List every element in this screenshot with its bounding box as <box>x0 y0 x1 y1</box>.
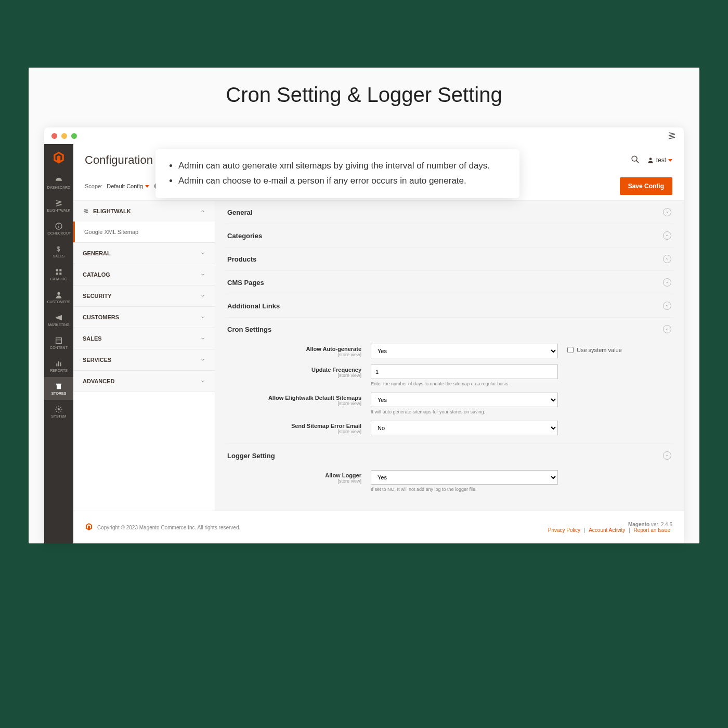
section-additional-links[interactable]: Additional Links <box>225 294 673 317</box>
stores-icon <box>55 382 63 391</box>
sidebar-label: Content <box>50 346 68 349</box>
chevron-down-icon <box>200 251 205 256</box>
field-error-email: Send Sitemap Error Email[store view] No <box>225 418 673 444</box>
sidebar-item-content[interactable]: Content <box>44 331 73 354</box>
user-menu[interactable]: test <box>647 157 672 164</box>
tab-catalog[interactable]: CATALOG <box>73 264 215 285</box>
chevron-down-icon <box>200 357 205 362</box>
use-system-value-checkbox[interactable] <box>567 347 574 353</box>
sidebar-item-marketing[interactable]: Marketing <box>44 308 73 331</box>
scope-label: Scope: <box>85 183 102 189</box>
tab-google-xml-sitemap[interactable]: Google XML Sitemap <box>73 222 215 242</box>
field-label: Update Frequency <box>225 367 361 373</box>
chevron-down-icon <box>200 315 205 320</box>
sidebar-item-reports[interactable]: Reports <box>44 354 73 377</box>
version: ver. 2.4.6 <box>649 522 672 527</box>
svg-point-8 <box>57 292 60 294</box>
tab-label: SALES <box>83 335 102 342</box>
tab-general[interactable]: GENERAL <box>73 243 215 264</box>
chevron-down-icon <box>668 159 672 162</box>
section-categories[interactable]: Categories <box>225 224 673 247</box>
scope-value: Default Config <box>107 183 143 189</box>
elightwalk-icon <box>55 199 63 207</box>
search-icon[interactable] <box>631 155 640 166</box>
report-issue-link[interactable]: Report an Issue <box>633 527 670 533</box>
error-email-select[interactable]: No <box>371 421 558 435</box>
section-title: General <box>227 209 252 216</box>
svg-line-16 <box>636 160 638 162</box>
default-sitemaps-select[interactable]: Yes <box>371 393 558 407</box>
svg-point-17 <box>649 158 652 160</box>
sidebar-item-elightwalk[interactable]: Elightwalk <box>44 194 73 217</box>
sidebar-label: Catalog <box>50 277 67 281</box>
tab-advanced[interactable]: ADVANCED <box>73 371 215 392</box>
sidebar-item-sales[interactable]: $ Sales <box>44 240 73 263</box>
sidebar-item-iocheckout[interactable]: IOCheckout <box>44 217 73 240</box>
callout-line: Admin can choose to e-mail a person if a… <box>178 174 506 189</box>
chevron-down-icon <box>200 379 205 384</box>
field-hint: If set to NO, It will not add any log to… <box>371 487 558 492</box>
tab-security[interactable]: SECURITY <box>73 285 215 306</box>
section-cron-settings[interactable]: Cron Settings <box>225 318 673 341</box>
section-general[interactable]: General <box>225 201 673 224</box>
reports-icon <box>55 359 63 368</box>
magento-logo[interactable] <box>44 144 73 171</box>
dashboard-icon <box>55 176 63 185</box>
field-label: Allow Logger <box>225 472 361 478</box>
expand-icon <box>663 231 671 240</box>
expand-icon <box>663 208 671 216</box>
field-default-sitemaps: Allow Elightwalk Default Sitemaps[store … <box>225 389 673 418</box>
traffic-lights <box>51 133 77 139</box>
sidebar-item-system[interactable]: System <box>44 400 73 423</box>
svg-rect-9 <box>56 337 62 343</box>
chevron-down-icon <box>200 272 205 277</box>
collapse-icon <box>663 451 671 460</box>
minimize-window-button[interactable] <box>61 133 67 139</box>
sidebar-item-dashboard[interactable]: Dashboard <box>44 171 73 194</box>
section-cms-pages[interactable]: CMS Pages <box>225 271 673 294</box>
brand-icon <box>667 131 677 140</box>
close-window-button[interactable] <box>51 133 57 139</box>
maximize-window-button[interactable] <box>71 133 77 139</box>
svg-point-15 <box>632 156 637 161</box>
field-label: Send Sitemap Error Email <box>225 423 361 429</box>
section-products[interactable]: Products <box>225 248 673 270</box>
section-title: CMS Pages <box>227 279 264 287</box>
tab-elightwalk[interactable]: ELIGHTWALK <box>73 201 215 222</box>
tab-customers[interactable]: CUSTOMERS <box>73 307 215 328</box>
section-logger-setting[interactable]: Logger Setting <box>225 444 673 467</box>
update-frequency-input[interactable] <box>371 365 558 379</box>
allow-logger-select[interactable]: Yes <box>371 470 558 485</box>
svg-rect-12 <box>58 361 59 366</box>
svg-point-14 <box>58 408 60 410</box>
tab-services[interactable]: SERVICES <box>73 349 215 370</box>
app-shell: Dashboard Elightwalk IOCheckout $ Sales … <box>44 144 684 543</box>
svg-rect-1 <box>58 224 59 225</box>
copyright: Copyright © 2023 Magento Commerce Inc. A… <box>97 525 240 530</box>
sidebar-label: Elightwalk <box>47 209 71 212</box>
main-pane: Admin can auto generate xml sitemaps by … <box>73 144 684 543</box>
browser-titlebar <box>44 127 684 144</box>
tab-label: ADVANCED <box>83 378 115 384</box>
tab-label: ELIGHTWALK <box>93 208 131 214</box>
scope-switcher[interactable]: Default Config <box>107 183 149 189</box>
sidebar-item-catalog[interactable]: Catalog <box>44 263 73 285</box>
sidebar-label: Dashboard <box>47 186 70 189</box>
field-scope: [store view] <box>225 401 361 406</box>
sidebar-label: Customers <box>47 300 71 304</box>
privacy-link[interactable]: Privacy Policy <box>548 527 580 533</box>
account-activity-link[interactable]: Account Activity <box>589 527 625 533</box>
hero-title: Cron Setting & Logger Setting <box>29 83 699 107</box>
collapse-icon <box>663 325 671 333</box>
tab-sales[interactable]: SALES <box>73 328 215 349</box>
field-hint: Enter the number of days to update the s… <box>371 381 558 386</box>
save-config-button[interactable]: Save Config <box>620 177 672 195</box>
sidebar-item-customers[interactable]: Customers <box>44 285 73 308</box>
allow-auto-generate-select[interactable]: Yes <box>371 344 558 358</box>
chevron-down-icon <box>200 293 205 298</box>
admin-sidebar: Dashboard Elightwalk IOCheckout $ Sales … <box>44 144 73 543</box>
field-allow-auto-generate: Allow Auto-generate[store view] Yes Use … <box>225 341 673 361</box>
system-icon <box>55 405 63 413</box>
sidebar-item-stores[interactable]: Stores <box>44 377 73 400</box>
svg-rect-6 <box>56 272 58 275</box>
